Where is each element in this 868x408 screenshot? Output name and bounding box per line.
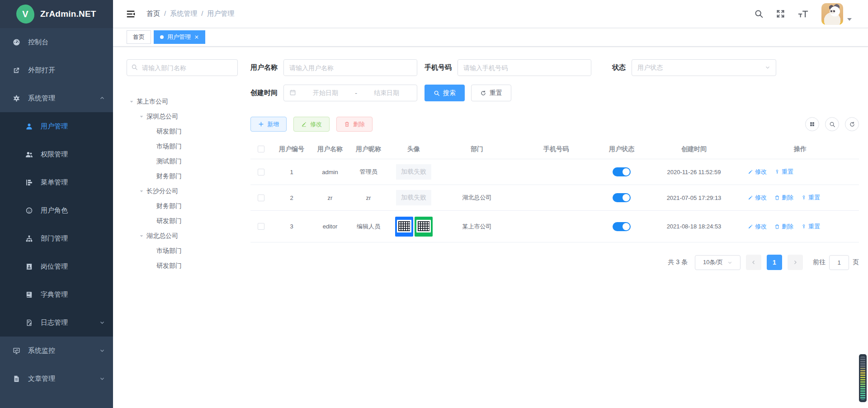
tree-node[interactable]: 长沙分公司 [127,184,238,199]
row-checkbox[interactable] [258,223,264,230]
tree-node[interactable]: 财务部门 [127,169,238,184]
sidebar-item-dictionary[interactable]: 字典管理 [0,280,113,308]
sidebar-item-logs[interactable]: 日志管理 [0,308,113,337]
cell-username: admin [312,169,348,176]
cell-department: 湖北总公司 [439,194,515,202]
sidebar-item-departments[interactable]: 部门管理 [0,224,113,252]
close-icon[interactable] [194,35,199,39]
scrollbar-indicator[interactable] [859,354,867,402]
reset-button[interactable]: 重置 [471,85,511,101]
phone-filter-input[interactable] [458,60,591,76]
sidebar-item-monitoring[interactable]: 系统监控 [0,337,113,365]
caret-down-icon[interactable] [137,189,146,194]
sidebar-item-label: 菜单管理 [41,178,105,187]
refresh-button[interactable] [845,117,859,131]
sidebar-fold-button[interactable] [126,9,136,19]
user-table: 用户编号 用户名称 用户昵称 头像 部门 手机号码 用户状态 创建时间 操作 1… [250,139,859,242]
tree-node[interactable]: 市场部门 [127,139,238,154]
tree-node[interactable]: 研发部门 [127,258,238,273]
row-edit-link[interactable]: 修改 [748,168,767,176]
cell-username: editor [312,223,348,230]
status-filter-select[interactable]: 用户状态 [632,59,776,76]
tree-node[interactable]: 测试部门 [127,154,238,169]
caret-down-icon[interactable] [127,100,137,104]
add-button[interactable]: 新增 [250,117,287,132]
prev-page-button[interactable] [746,255,761,270]
username-filter-input[interactable] [284,60,417,76]
delete-button[interactable]: 删除 [336,117,373,132]
tree-node[interactable]: 研发部门 [127,124,238,139]
sidebar-item-system[interactable]: 系统管理 [0,84,113,112]
sidebar-item-roles[interactable]: 用户角色 [0,196,113,224]
top-header: 首页 / 系统管理 / 用户管理 [113,0,868,28]
edit-button[interactable]: 修改 [293,117,330,132]
search-icon[interactable] [754,9,764,19]
font-size-icon[interactable] [797,9,809,19]
sidebar: V ZrAdmin.NET 控制台 外部打开 系统管理 用户管理 权限管理 菜单… [0,0,113,408]
tree-node[interactable]: 财务部门 [127,199,238,213]
search-button[interactable]: 搜索 [425,85,465,101]
department-tree: 某上市公司 深圳总公司 研发部门 市场部门 测试部门 财务部门 长沙分公司 财务… [127,94,238,273]
status-select-placeholder: 用户状态 [637,64,663,72]
sidebar-item-permissions[interactable]: 权限管理 [0,140,113,168]
cell-nickname: 管理员 [348,168,389,176]
avatar-image[interactable] [395,217,433,237]
sidebar-item-label: 岗位管理 [41,262,105,271]
user-avatar[interactable] [821,3,843,25]
sidebar-item-label: 权限管理 [41,150,105,159]
caret-down-icon[interactable] [137,114,146,119]
sidebar-item-label: 系统监控 [28,346,92,355]
external-link-icon [13,66,20,74]
row-reset-password-link[interactable]: 重置 [801,194,820,202]
sidebar-item-menus[interactable]: 菜单管理 [0,168,113,196]
breadcrumb-item-home[interactable]: 首页 [146,9,160,18]
caret-down-icon[interactable] [137,234,146,238]
status-toggle[interactable] [613,167,631,176]
goto-page-input[interactable] [829,255,849,270]
column-settings-button[interactable] [805,117,819,131]
date-range-picker[interactable]: 开始日期 - 结束日期 [283,85,417,101]
tab-user-management[interactable]: 用户管理 [154,30,205,44]
goto-label: 前往 [813,258,826,266]
pagination: 共 3 条 10条/页 1 前往 页 [250,255,859,270]
fullscreen-icon[interactable] [776,9,785,19]
avatar-load-failed: 加载失败 [396,164,431,180]
cell-user-id: 1 [271,169,312,176]
row-checkbox[interactable] [258,195,264,201]
gear-icon [13,95,20,102]
row-reset-password-link[interactable]: 重置 [774,168,793,176]
page-size-select[interactable]: 10条/页 [695,255,741,270]
user-menu[interactable] [821,3,852,25]
sidebar-item-dashboard[interactable]: 控制台 [0,28,113,56]
row-checkbox[interactable] [258,169,264,176]
row-delete-link[interactable]: 删除 [774,223,793,231]
sidebar-item-posts[interactable]: 岗位管理 [0,252,113,280]
page-number-button[interactable]: 1 [767,255,782,270]
cell-user-id: 3 [271,223,312,230]
tree-node[interactable]: 市场部门 [127,243,238,258]
cell-nickname: zr [348,195,389,201]
sidebar-item-articles[interactable]: 文章管理 [0,365,113,393]
tree-node[interactable]: 深圳总公司 [127,109,238,124]
sidebar-item-users[interactable]: 用户管理 [0,112,113,140]
row-edit-link[interactable]: 修改 [748,194,767,202]
chevron-down-icon [99,320,105,325]
app-logo[interactable]: V ZrAdmin.NET [0,0,113,28]
tab-home[interactable]: 首页 [127,30,151,44]
next-page-button[interactable] [788,255,803,270]
tree-node[interactable]: 湖北总公司 [127,228,238,243]
chevron-down-icon [727,260,732,265]
department-search-input[interactable] [127,59,238,76]
select-all-checkbox[interactable] [258,146,264,152]
breadcrumb-item-system[interactable]: 系统管理 [170,9,197,18]
status-toggle[interactable] [613,222,631,231]
toggle-search-button[interactable] [825,117,839,131]
row-reset-password-link[interactable]: 重置 [801,223,820,231]
phone-filter-label: 手机号码 [425,63,452,72]
row-edit-link[interactable]: 修改 [748,223,767,231]
tree-node[interactable]: 研发部门 [127,213,238,228]
row-delete-link[interactable]: 删除 [774,194,793,202]
sidebar-item-external[interactable]: 外部打开 [0,56,113,84]
status-toggle[interactable] [613,193,631,202]
tree-node[interactable]: 某上市公司 [127,94,238,109]
